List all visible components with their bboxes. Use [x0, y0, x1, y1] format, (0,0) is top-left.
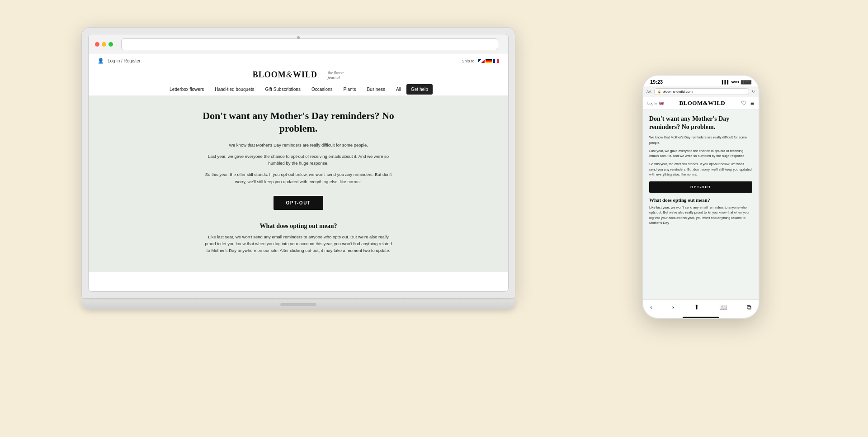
nav-hand-tied-bouquets[interactable]: Hand-tied bouquets	[209, 83, 259, 95]
phone-home-indicator	[683, 317, 719, 318]
phone-body: 19:23 ▌▌▌ WiFi ▓▓▓▓ AA 🔒 bloomandwild.co…	[642, 75, 760, 319]
main-para-4: Like last year, we won't send any email …	[203, 233, 393, 254]
nav-letterbox-flowers[interactable]: Letterbox flowers	[164, 83, 209, 95]
main-para-3: So this year, the offer still stands. If…	[203, 171, 393, 185]
phone-nav-bar: Log in 🇬🇧 BLOOM&WILD ♡ ≡	[643, 97, 759, 109]
login-link[interactable]: Log in / Register	[108, 58, 141, 63]
dot-green[interactable]	[108, 42, 113, 47]
phone-bottom-bar: ‹ › ⬆ 📖 ⧉	[643, 299, 759, 315]
lock-icon: 🔒	[657, 90, 661, 94]
laptop-body: 👤 Log in / Register Ship to:	[81, 27, 515, 299]
phone-bookmarks-button[interactable]: 📖	[719, 304, 727, 311]
nav-plants[interactable]: Plants	[338, 83, 362, 95]
dot-red[interactable]	[95, 42, 99, 47]
main-para-2: Last year, we gave everyone the chance t…	[203, 153, 393, 166]
nav-all[interactable]: All	[391, 83, 406, 95]
phone-subheading: What does opting out mean?	[649, 197, 752, 203]
flag-icons	[478, 59, 499, 63]
phone-flag-icon: 🇬🇧	[659, 101, 664, 105]
phone-refresh-icon[interactable]: ↻	[752, 90, 755, 94]
phone-para-3: So this year, the offer still stands. If…	[649, 162, 752, 177]
phone-heart-icon[interactable]: ♡	[741, 100, 747, 107]
site-topbar: 👤 Log in / Register Ship to:	[89, 54, 508, 67]
phone-url-bar[interactable]: 🔒 bloomandwild.com	[654, 88, 749, 95]
laptop-camera	[297, 36, 300, 39]
phone-time: 19:23	[650, 79, 663, 85]
laptop: 👤 Log in / Register Ship to:	[81, 27, 515, 326]
phone-aa-control[interactable]: AA	[646, 90, 651, 94]
phone-login-link[interactable]: Log in	[647, 101, 657, 105]
phone-back-button[interactable]: ‹	[650, 304, 652, 311]
laptop-screen: 👤 Log in / Register Ship to:	[88, 34, 509, 292]
phone-browser-bar: AA 🔒 bloomandwild.com ↻	[643, 86, 759, 97]
phone-para-2: Last year, we gave everyone the chance t…	[649, 148, 752, 159]
scene: 👤 Log in / Register Ship to:	[0, 0, 868, 437]
phone-main-heading: Don't want any Mother's Day reminders? N…	[649, 115, 752, 131]
phone-para-4: Like last year, we won't send any email …	[649, 205, 752, 225]
phone-forward-button[interactable]: ›	[672, 304, 675, 311]
browser-dots	[95, 42, 113, 47]
opt-out-button[interactable]: OPT-OUT	[274, 196, 324, 210]
user-icon: 👤	[98, 58, 104, 64]
bloom-logo[interactable]: BLOOM&WILD	[253, 70, 317, 80]
site-main: Don't want any Mother's Day reminders? N…	[89, 96, 508, 272]
browser-addressbar[interactable]	[121, 38, 498, 50]
phone-url-text: bloomandwild.com	[663, 90, 693, 94]
main-heading: Don't want any Mother's Day reminders? N…	[185, 109, 411, 135]
dot-yellow[interactable]	[102, 42, 106, 47]
phone-content: Don't want any Mother's Day reminders? N…	[643, 109, 759, 299]
phone-menu-icon[interactable]: ≡	[750, 100, 754, 107]
flag-de[interactable]	[486, 59, 492, 63]
wifi-icon: WiFi	[731, 80, 739, 84]
nav-business[interactable]: Business	[361, 83, 391, 95]
journal-logo: the flowerjournal	[323, 70, 344, 80]
flag-fr[interactable]	[493, 59, 499, 63]
phone-opt-out-button[interactable]: OPT-OUT	[649, 181, 752, 193]
signal-icon: ▌▌▌	[722, 80, 730, 84]
phone-logo[interactable]: BLOOM&WILD	[679, 100, 725, 107]
phone-para-1: We know that Mother's Day reminders are …	[649, 135, 752, 145]
laptop-base	[81, 299, 515, 309]
site-header: 👤 Log in / Register Ship to:	[89, 54, 508, 96]
main-para-1: We know that Mother's Day reminders are …	[203, 142, 393, 148]
site-logo-area: BLOOM&WILD the flowerjournal	[89, 67, 508, 83]
ship-area: Ship to:	[462, 59, 499, 63]
ship-label: Ship to:	[462, 59, 476, 63]
flag-uk[interactable]	[478, 59, 485, 63]
battery-icon: ▓▓▓▓	[741, 80, 751, 84]
phone-nav-right: ♡ ≡	[741, 100, 754, 107]
main-subheading: What does opting out mean?	[98, 223, 499, 230]
phone-status-icons: ▌▌▌ WiFi ▓▓▓▓	[722, 80, 751, 84]
nav-get-help[interactable]: Get help	[406, 84, 433, 95]
phone-statusbar: 19:23 ▌▌▌ WiFi ▓▓▓▓	[643, 76, 759, 86]
phone-nav-left: Log in 🇬🇧	[647, 101, 664, 105]
laptop-notch	[280, 303, 316, 306]
site-nav: Letterbox flowers Hand-tied bouquets Gif…	[89, 83, 508, 95]
nav-gift-subscriptions[interactable]: Gift Subscriptions	[260, 83, 306, 95]
topbar-left: 👤 Log in / Register	[98, 58, 141, 64]
phone-tabs-button[interactable]: ⧉	[747, 304, 751, 311]
phone-share-button[interactable]: ⬆	[694, 304, 699, 311]
phone: 19:23 ▌▌▌ WiFi ▓▓▓▓ AA 🔒 bloomandwild.co…	[642, 75, 760, 319]
nav-occasions[interactable]: Occasions	[306, 83, 338, 95]
